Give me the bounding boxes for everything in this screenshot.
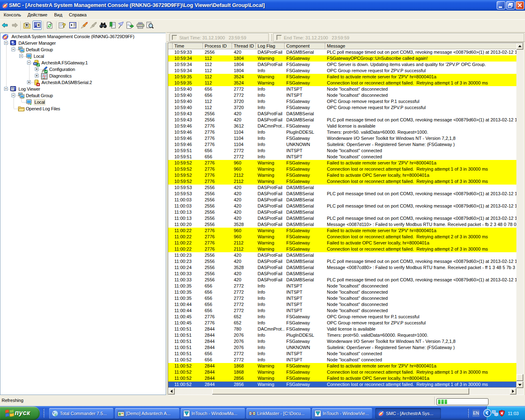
svg-text:C: C	[55, 413, 57, 417]
svg-text:?: ?	[62, 22, 66, 29]
